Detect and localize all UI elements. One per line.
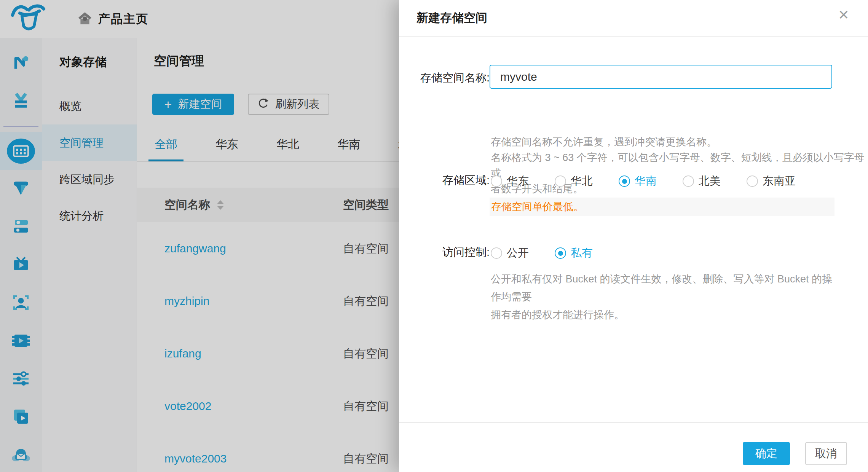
region-price-note: 存储空间单价最低。 (490, 198, 834, 216)
dialog-body: 存储空间名称: 存储空间名称不允许重复，遇到冲突请更换名称。 名称格式为 3 ~… (399, 37, 868, 422)
radio-region-beimei[interactable]: 北美 (683, 174, 721, 189)
space-name-input[interactable] (490, 65, 832, 89)
radio-circle-icon (491, 247, 502, 259)
region-radio-group: 华东 华北 华南 北美 东南亚 (491, 174, 796, 189)
confirm-button[interactable]: 确定 (743, 442, 790, 465)
access-radio-group: 公开 私有 (491, 246, 593, 261)
app-page: 产品主页 (0, 0, 868, 472)
radio-circle-icon (491, 175, 502, 187)
radio-region-huanan[interactable]: 华南 (619, 174, 657, 189)
radio-region-huadong[interactable]: 华东 (491, 174, 529, 189)
radio-region-dongnanya[interactable]: 东南亚 (747, 174, 796, 189)
radio-circle-icon (747, 175, 758, 187)
access-field-label: 访问控制: (399, 245, 490, 260)
create-space-dialog: 新建存储空间 × 存储空间名称: 存储空间名称不允许重复，遇到冲突请更换名称。 … (399, 0, 868, 472)
dialog-footer: 确定 取消 (399, 422, 868, 472)
radio-circle-icon (683, 175, 694, 187)
region-field-label: 存储区域: (399, 173, 490, 188)
radio-access-private[interactable]: 私有 (555, 246, 593, 261)
radio-circle-icon (555, 175, 566, 187)
radio-access-public[interactable]: 公开 (491, 246, 529, 261)
radio-circle-icon (555, 247, 566, 259)
radio-circle-icon (619, 175, 630, 187)
cancel-button[interactable]: 取消 (805, 442, 847, 465)
close-icon[interactable]: × (833, 4, 854, 25)
radio-region-huabei[interactable]: 华北 (555, 174, 593, 189)
name-field-label: 存储空间名称: (399, 70, 490, 86)
dialog-header: 新建存储空间 × (399, 0, 868, 37)
access-help-text: 公开和私有仅对 Bucket 的读文件生效，修改、删除、写入等对 Bucket … (491, 270, 833, 324)
dialog-title: 新建存储空间 (416, 10, 487, 26)
